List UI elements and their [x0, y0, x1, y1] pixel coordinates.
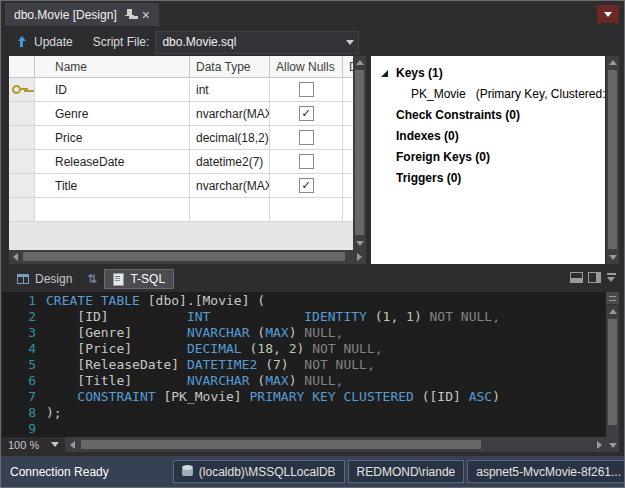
code-text[interactable]: [Title] NVARCHAR (MAX) NULL, — [46, 373, 343, 389]
code-text[interactable]: [Genre] NVARCHAR (MAX) NULL, — [46, 325, 343, 341]
editor-vertical-scrollbar[interactable] — [606, 292, 619, 452]
allow-nulls-checkbox[interactable] — [299, 154, 314, 169]
column-name-cell[interactable]: ID — [35, 78, 190, 102]
collapse-pane-icon[interactable] — [606, 272, 617, 283]
status-user[interactable]: REDMOND\riande — [348, 460, 465, 483]
code-text[interactable]: ); — [46, 405, 62, 421]
tab-tsql[interactable]: T-SQL — [104, 269, 174, 289]
code-text[interactable]: [Price] DECIMAL (18, 2) NOT NULL, — [46, 341, 383, 357]
editor-split-handle[interactable] — [606, 292, 619, 305]
header-default[interactable]: D — [343, 56, 353, 78]
column-name-cell[interactable] — [35, 198, 190, 222]
header-data-type[interactable]: Data Type — [190, 56, 270, 78]
tree-item[interactable]: Keys (1) — [371, 63, 605, 84]
row-selector[interactable] — [9, 78, 35, 102]
scroll-down-arrow[interactable] — [353, 237, 366, 250]
row-selector[interactable] — [9, 126, 35, 150]
data-type-cell[interactable]: nvarchar(MAX) — [190, 102, 270, 126]
update-button[interactable]: Update — [11, 33, 79, 51]
scroll-up-arrow[interactable] — [606, 56, 619, 69]
expander-icon[interactable] — [381, 70, 388, 77]
code-line: 9 — [2, 421, 606, 437]
header-name[interactable]: Name — [35, 56, 190, 78]
column-name-cell[interactable]: ReleaseDate — [35, 150, 190, 174]
table-row[interactable]: Titlenvarchar(MAX)✓ — [9, 174, 366, 198]
column-name-cell[interactable]: Title — [35, 174, 190, 198]
document-tab[interactable]: dbo.Movie [Design] × — [5, 3, 159, 26]
column-name-cell[interactable]: Genre — [35, 102, 190, 126]
scroll-up-arrow[interactable] — [353, 56, 366, 69]
row-selector[interactable] — [9, 102, 35, 126]
data-type-cell[interactable] — [190, 198, 270, 222]
row-selector[interactable] — [9, 174, 35, 198]
scroll-right-arrow[interactable] — [353, 250, 366, 264]
tsql-editor[interactable]: 1CREATE TABLE [dbo].[Movie] (2 [ID] INT … — [2, 292, 606, 437]
table-row[interactable]: ReleaseDatedatetime2(7) — [9, 150, 366, 174]
table-row[interactable]: Pricedecimal(18,2) — [9, 126, 366, 150]
allow-nulls-cell[interactable] — [270, 78, 343, 102]
scrollbar-thumb[interactable] — [608, 70, 617, 249]
default-cell[interactable] — [343, 174, 353, 198]
data-type-cell[interactable]: datetime2(7) — [190, 150, 270, 174]
data-type-cell[interactable]: int — [190, 78, 270, 102]
status-database[interactable]: aspnet5-MvcMovie-8f261... — [467, 460, 624, 483]
default-cell[interactable] — [343, 78, 353, 102]
grid-vertical-scrollbar[interactable] — [353, 56, 366, 250]
scroll-right-arrow[interactable] — [593, 437, 606, 452]
default-cell[interactable] — [343, 102, 353, 126]
tree-item[interactable]: Check Constraints (0) — [371, 105, 605, 126]
allow-nulls-checkbox[interactable] — [299, 130, 314, 145]
scrollbar-thumb[interactable] — [23, 252, 345, 261]
column-name-cell[interactable]: Price — [35, 126, 190, 150]
allow-nulls-cell[interactable]: ✓ — [270, 174, 343, 198]
grid-horizontal-scrollbar[interactable] — [9, 250, 366, 264]
status-server[interactable]: (localdb)\MSSQLLocalDB — [173, 460, 345, 483]
table-row[interactable]: Genrenvarchar(MAX)✓ — [9, 102, 366, 126]
scroll-up-arrow[interactable] — [606, 305, 619, 318]
code-text[interactable]: CREATE TABLE [dbo].[Movie] ( — [46, 293, 265, 309]
scrollbar-thumb[interactable] — [608, 319, 617, 425]
window-menu-button[interactable] — [597, 5, 619, 23]
allow-nulls-cell[interactable] — [270, 198, 343, 222]
header-selector[interactable] — [9, 56, 35, 78]
close-icon[interactable]: × — [142, 8, 150, 22]
default-cell[interactable] — [343, 126, 353, 150]
tree-item[interactable]: Foreign Keys (0) — [371, 147, 605, 168]
row-selector[interactable] — [9, 198, 35, 222]
pin-icon[interactable] — [125, 9, 134, 21]
scroll-down-arrow[interactable] — [606, 251, 619, 264]
scroll-left-arrow[interactable] — [9, 250, 22, 264]
tab-design[interactable]: Design — [9, 269, 80, 289]
editor-horizontal-scrollbar[interactable] — [66, 437, 606, 452]
scroll-left-arrow[interactable] — [66, 437, 79, 452]
allow-nulls-cell[interactable] — [270, 126, 343, 150]
tree-item[interactable]: Triggers (0) — [371, 168, 605, 189]
code-text[interactable]: [ID] INT IDENTITY (1, 1) NOT NULL, — [46, 309, 500, 325]
panel-vertical-scrollbar[interactable] — [606, 56, 619, 264]
allow-nulls-checkbox[interactable]: ✓ — [299, 106, 314, 121]
split-vertical-icon[interactable] — [588, 272, 601, 283]
default-cell[interactable] — [343, 150, 353, 174]
allow-nulls-checkbox[interactable]: ✓ — [299, 178, 314, 193]
allow-nulls-checkbox[interactable] — [299, 82, 314, 97]
header-allow-nulls[interactable]: Allow Nulls — [270, 56, 343, 78]
data-type-cell[interactable]: nvarchar(MAX) — [190, 174, 270, 198]
script-file-dropdown[interactable]: dbo.Movie.sql — [155, 31, 359, 54]
allow-nulls-cell[interactable] — [270, 150, 343, 174]
zoom-control[interactable]: 100 % — [2, 437, 66, 452]
table-row[interactable] — [9, 198, 366, 222]
table-row[interactable]: IDint — [9, 78, 366, 102]
split-horizontal-icon[interactable] — [570, 272, 583, 283]
default-cell[interactable] — [343, 198, 353, 222]
scrollbar-thumb[interactable] — [355, 70, 364, 235]
tree-item[interactable]: Indexes (0) — [371, 126, 605, 147]
scroll-down-arrow[interactable] — [606, 439, 619, 452]
tree-child-item[interactable]: PK_Movie (Primary Key, Clustered: I — [371, 84, 605, 105]
code-text[interactable]: [ReleaseDate] DATETIME2 (7) NOT NULL, — [46, 357, 375, 373]
allow-nulls-cell[interactable]: ✓ — [270, 102, 343, 126]
scrollbar-thumb[interactable] — [81, 440, 481, 449]
code-text[interactable]: CONSTRAINT [PK_Movie] PRIMARY KEY CLUSTE… — [46, 389, 500, 405]
row-selector[interactable] — [9, 150, 35, 174]
swap-panes-icon[interactable]: ⇅ — [87, 272, 97, 286]
data-type-cell[interactable]: decimal(18,2) — [190, 126, 270, 150]
